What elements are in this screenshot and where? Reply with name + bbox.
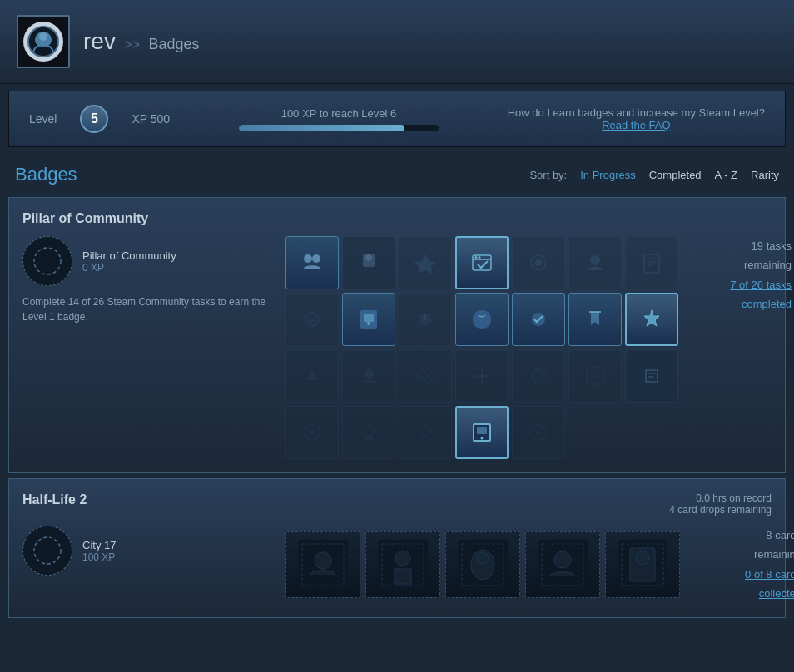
cards-collected-link[interactable]: 0 of 8 cards collected [745, 568, 794, 600]
svg-point-54 [554, 551, 571, 568]
game-badge-xp: 100 XP [82, 551, 116, 563]
level-circle: 5 [80, 105, 108, 133]
tasks-remaining-label: remaining [692, 255, 792, 274]
badge-icon-20 [568, 349, 622, 403]
svg-point-39 [34, 537, 61, 564]
page-name: Badges [149, 36, 200, 52]
badge-preview-icon [22, 236, 72, 286]
card-item-5 [605, 531, 680, 598]
header-text: rev >> Badges [83, 28, 200, 55]
tasks-completed: 7 of 26 tasks [730, 279, 792, 291]
svg-point-4 [312, 254, 320, 263]
sort-label: Sort by: [529, 169, 567, 181]
card-item-1 [285, 531, 360, 598]
game-badge-preview-icon [22, 526, 72, 576]
svg-point-21 [367, 322, 370, 325]
progress-bar-fill [239, 125, 404, 131]
username: rev [83, 28, 116, 54]
badge-icon-21 [625, 349, 678, 403]
tasks-info: 19 tasks remaining 7 of 26 tasks complet… [692, 236, 792, 459]
svg-rect-20 [364, 314, 374, 322]
badge-icon-12 [512, 293, 565, 346]
badge-icon-13 [568, 293, 622, 346]
svg-rect-47 [395, 569, 411, 584]
level-number: 5 [91, 111, 98, 126]
svg-point-18 [305, 313, 319, 326]
svg-point-42 [315, 552, 331, 569]
faq-link[interactable]: Read the FAQ [602, 119, 670, 131]
icon-row-2 [285, 293, 678, 346]
badge-icon-9 [342, 293, 395, 346]
card-grid [285, 526, 680, 604]
sort-in-progress[interactable]: In Progress [580, 169, 635, 181]
cards-collected-label: collected [759, 587, 794, 600]
badge-icon-1 [285, 236, 339, 289]
svg-point-3 [304, 254, 312, 263]
badge-info-left: Pillar of Community 0 XP Complete 14 of … [22, 236, 272, 459]
svg-point-1 [39, 32, 47, 41]
svg-point-24 [364, 369, 374, 379]
faq-text: How do I earn badges and increase my Ste… [508, 106, 765, 119]
badge-icon-6 [568, 236, 622, 289]
level-bar: Level 5 XP 500 100 XP to reach Level 6 H… [8, 91, 786, 147]
svg-rect-14 [644, 254, 659, 273]
game-badge-header: Half-Life 2 0.0 hrs on record 4 card dro… [22, 492, 772, 516]
xp-to-next: 100 XP to reach Level 6 [281, 107, 397, 120]
faq-section: How do I earn badges and increase my Ste… [508, 106, 765, 131]
badge-preview-row: Pillar of Community 0 XP [22, 236, 272, 286]
card-drops: 4 card drops remaining [669, 504, 772, 516]
badge-description: Complete 14 of 26 Steam Community tasks … [22, 294, 272, 324]
badge-icon-2 [342, 236, 395, 289]
svg-point-37 [481, 437, 484, 440]
badges-header: Badges Sort by: In Progress Completed A … [0, 154, 794, 192]
sort-az[interactable]: A - Z [715, 169, 737, 181]
cards-collected: 0 of 8 cards [745, 568, 794, 581]
separator: >> [124, 37, 140, 52]
badge-icon-19 [512, 349, 565, 403]
svg-rect-30 [587, 368, 603, 384]
badge-icon-15 [285, 349, 339, 403]
badge-icon-7 [625, 236, 678, 289]
tasks-completed-label: completed [742, 298, 792, 310]
avatar [23, 22, 63, 62]
badge-icon-5 [512, 236, 565, 289]
game-badge-body: City 17 100 XP [22, 526, 772, 604]
badges-title: Badges [15, 164, 77, 185]
svg-point-34 [420, 426, 430, 436]
xp-label: XP 500 [132, 112, 170, 126]
card-item-2 [365, 531, 440, 598]
avatar-box [17, 15, 70, 68]
sort-controls: Sort by: In Progress Completed A - Z Rar… [529, 169, 779, 181]
game-title: Half-Life 2 [22, 492, 87, 507]
pillar-card-body: Pillar of Community 0 XP Complete 14 of … [22, 236, 772, 459]
cards-info: 8 cards remaining 0 of 8 cards collected [693, 526, 794, 604]
game-badge-preview-row: City 17 100 XP [22, 526, 272, 576]
badge-icon-24 [399, 406, 452, 459]
card-item-4 [525, 531, 600, 598]
svg-point-2 [34, 248, 61, 274]
sort-rarity[interactable]: Rarity [751, 169, 779, 181]
svg-point-13 [590, 255, 600, 265]
svg-point-25 [418, 368, 433, 383]
hrs-on-record: 0.0 hrs on record [669, 492, 772, 504]
pillar-community-card: Pillar of Community Pillar of Community … [8, 197, 786, 473]
badge-icon-22 [285, 406, 339, 459]
badge-icon-3 [399, 236, 452, 289]
svg-point-9 [475, 256, 478, 259]
svg-point-10 [479, 256, 481, 259]
badge-icon-23 [342, 406, 395, 459]
game-meta: 0.0 hrs on record 4 card drops remaining [669, 492, 772, 516]
badge-xp: 0 XP [82, 262, 176, 274]
tasks-completed-link[interactable]: 7 of 26 tasks completed [730, 279, 792, 310]
progress-bar-bg [239, 125, 439, 131]
sort-completed[interactable]: Completed [649, 169, 702, 181]
badge-icon-11 [455, 293, 509, 346]
badge-icon-4 [455, 236, 509, 289]
cards-remaining-num: 8 cards [693, 526, 794, 545]
svg-point-32 [310, 430, 315, 435]
badge-icon-14 [625, 293, 678, 346]
badge-icon-18 [455, 349, 509, 403]
svg-point-46 [395, 551, 410, 566]
card-item-3 [445, 531, 520, 598]
badge-icon-26 [512, 406, 565, 459]
